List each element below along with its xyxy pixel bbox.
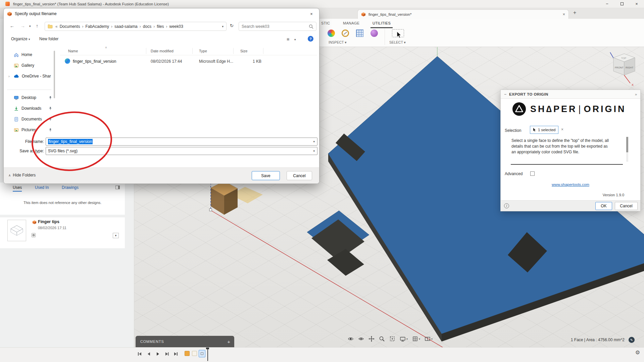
column-divider[interactable] bbox=[263, 48, 263, 54]
clear-selection-icon[interactable]: × bbox=[561, 127, 563, 132]
view-caret-icon[interactable]: ▾ bbox=[294, 38, 296, 41]
sidebar-item-home[interactable]: Home bbox=[6, 50, 54, 59]
scrollbar-thumb[interactable] bbox=[626, 137, 628, 152]
column-divider[interactable] bbox=[146, 48, 146, 54]
sidebar-scrollbar[interactable] bbox=[54, 51, 55, 98]
breadcrumb-docs[interactable]: docs bbox=[143, 24, 151, 29]
column-name[interactable]: Name bbox=[68, 49, 78, 53]
minimize-button[interactable]: − bbox=[600, 0, 614, 8]
select-window-icon[interactable] bbox=[392, 29, 404, 37]
interference-table-icon[interactable] bbox=[355, 29, 364, 38]
search-box[interactable]: Search week03 bbox=[239, 22, 316, 31]
gear-icon[interactable]: ⚙ bbox=[635, 349, 640, 356]
dialog-titlebar[interactable]: Specify output filename × bbox=[4, 8, 319, 19]
palette-icon[interactable] bbox=[327, 29, 336, 38]
column-divider[interactable] bbox=[233, 48, 234, 54]
timeline-skip-end-button[interactable] bbox=[173, 351, 179, 357]
file-row[interactable]: finger_tips_final_version 08/02/2026 17:… bbox=[60, 57, 268, 66]
tab-close-icon[interactable]: × bbox=[562, 12, 565, 17]
up-icon[interactable]: ↑ bbox=[36, 23, 38, 29]
breadcrumb-documents[interactable]: Documents bbox=[60, 24, 80, 29]
column-type[interactable]: Type bbox=[199, 49, 207, 53]
section-sphere-icon[interactable] bbox=[370, 29, 379, 38]
add-comment-button[interactable]: + bbox=[227, 339, 230, 345]
truncation-guillemet[interactable]: « bbox=[55, 24, 58, 29]
measure-icon[interactable] bbox=[341, 29, 350, 38]
detach-icon[interactable]: » bbox=[635, 92, 637, 96]
back-icon[interactable]: ← bbox=[10, 23, 14, 29]
inspect-group-label[interactable]: INSPECT ▾ bbox=[329, 40, 347, 44]
fit-view-icon[interactable] bbox=[389, 336, 395, 342]
tab-used-in[interactable]: Used In bbox=[35, 185, 49, 190]
save-button[interactable]: Save bbox=[252, 171, 280, 180]
info-icon[interactable]: i bbox=[504, 203, 509, 208]
zoom-icon[interactable] bbox=[379, 336, 385, 342]
timeline-step-forward-button[interactable] bbox=[164, 351, 169, 357]
selection-chip[interactable]: 1 selected bbox=[530, 126, 558, 134]
new-folder-button[interactable]: New folder bbox=[39, 37, 58, 41]
assistant-icon[interactable]: ✎ bbox=[629, 337, 635, 343]
save-as-type-select[interactable]: SVG files (*.svg) ▾ bbox=[46, 147, 317, 155]
timeline-feature-selected[interactable] bbox=[199, 350, 205, 357]
item-name[interactable]: Finger tips bbox=[38, 219, 59, 224]
document-tab[interactable]: finger_tips_final_version* × bbox=[357, 9, 569, 19]
display-settings-icon[interactable]: ▾ bbox=[400, 336, 408, 342]
look-at-icon[interactable] bbox=[358, 336, 364, 342]
breadcrumb-week03[interactable]: week03 bbox=[169, 24, 183, 29]
forward-icon[interactable]: → bbox=[20, 23, 25, 29]
sort-caret-icon[interactable]: ∧ bbox=[105, 46, 107, 49]
description-scrollbar[interactable] bbox=[626, 137, 628, 162]
export-dialog-header[interactable]: − EXPORT TO ORIGIN » bbox=[501, 90, 640, 99]
recent-locations-caret-icon[interactable]: ▾ bbox=[29, 24, 31, 28]
file-name-input[interactable]: finger_tips_final_version ▾ bbox=[46, 138, 317, 146]
tab-uses[interactable]: Uses bbox=[13, 185, 22, 192]
sidebar-item-documents[interactable]: Documents bbox=[6, 115, 54, 123]
address-bar[interactable]: « Documents › FabAcademy › saad-salama ›… bbox=[45, 22, 227, 31]
breadcrumb-fabacademy[interactable]: FabAcademy bbox=[85, 24, 109, 29]
sidebar-item-desktop[interactable]: Desktop bbox=[6, 93, 54, 102]
breadcrumb-files[interactable]: files bbox=[157, 24, 164, 29]
column-divider[interactable] bbox=[192, 48, 193, 54]
ribbon-tab-plastic-clipped[interactable]: STIC bbox=[321, 21, 330, 25]
breadcrumb-saad-salama[interactable]: saad-salama bbox=[114, 24, 138, 29]
view-menu-icon[interactable]: ≡ bbox=[287, 37, 289, 42]
timeline-step-back-button[interactable] bbox=[146, 351, 151, 357]
tab-drawings[interactable]: Drawings bbox=[62, 185, 79, 190]
sidebar-item-onedrive[interactable]: › OneDrive - Shar bbox=[6, 72, 54, 81]
new-tab-button[interactable]: + bbox=[573, 10, 576, 16]
shapertools-link[interactable]: www.shapertools.com bbox=[501, 183, 640, 187]
orbit-icon[interactable] bbox=[348, 336, 354, 342]
item-thumbnail[interactable] bbox=[7, 220, 26, 241]
column-size[interactable]: Size bbox=[240, 49, 247, 53]
advanced-checkbox[interactable] bbox=[530, 171, 535, 176]
timeline-marker[interactable] bbox=[207, 348, 208, 361]
export-cancel-button[interactable]: Cancel bbox=[615, 202, 638, 210]
cancel-button[interactable]: Cancel bbox=[287, 171, 312, 180]
panel-collapse-icon[interactable] bbox=[115, 186, 120, 189]
ribbon-tab-manage[interactable]: MANAGE bbox=[343, 21, 359, 25]
pan-icon[interactable] bbox=[368, 336, 375, 342]
view-cube[interactable]: TOP FRONT RIGHT X bbox=[603, 49, 644, 89]
viewports-icon[interactable]: ▾ bbox=[425, 336, 433, 342]
caret-down-icon[interactable]: ▾ bbox=[313, 140, 315, 143]
organize-button[interactable]: Organize ▾ bbox=[11, 37, 30, 41]
timeline-feature-body-icon[interactable] bbox=[192, 351, 197, 356]
timeline-play-button[interactable] bbox=[155, 351, 160, 357]
address-caret-icon[interactable]: ▾ bbox=[222, 25, 224, 28]
restore-button[interactable] bbox=[614, 0, 629, 8]
grid-snaps-icon[interactable]: ▾ bbox=[412, 336, 420, 342]
collapse-icon[interactable]: − bbox=[504, 92, 506, 97]
dialog-close-icon[interactable]: × bbox=[306, 10, 316, 17]
sidebar-item-pictures[interactable]: Pictures bbox=[6, 125, 54, 134]
select-group-label[interactable]: SELECT ▾ bbox=[389, 40, 406, 44]
timeline-skip-start-button[interactable] bbox=[137, 351, 142, 357]
close-window-button[interactable]: × bbox=[629, 0, 644, 8]
ribbon-tab-utilities[interactable]: UTILITIES bbox=[373, 21, 391, 25]
refresh-icon[interactable]: ↻ bbox=[230, 23, 234, 28]
timeline-feature-sketch-icon[interactable] bbox=[185, 351, 190, 356]
hide-folders-button[interactable]: ∧ Hide Folders bbox=[8, 173, 36, 177]
sidebar-item-downloads[interactable]: Downloads bbox=[6, 104, 54, 113]
ok-button[interactable]: OK bbox=[595, 202, 612, 210]
sidebar-item-gallery[interactable]: Gallery bbox=[6, 61, 54, 70]
caret-down-icon[interactable]: ▾ bbox=[313, 149, 315, 153]
